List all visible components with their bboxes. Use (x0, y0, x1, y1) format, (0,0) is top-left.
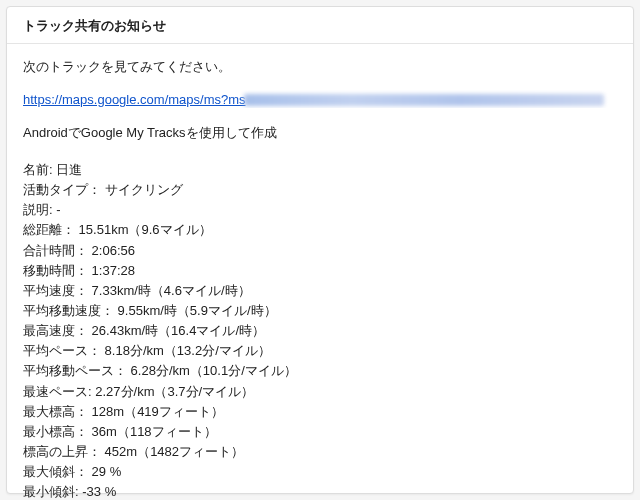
stat-label: 平均移動速度： (23, 303, 114, 318)
stat-value: 36m（118フィート） (88, 424, 217, 439)
track-stats: 名前: 日進活動タイプ： サイクリング説明: -総距離： 15.51km（9.6… (23, 160, 617, 500)
stat-value: 2.27分/km（3.7分/マイル） (92, 384, 255, 399)
stat-row: 最高速度： 26.43km/時（16.4マイル/時） (23, 321, 617, 341)
stat-label: 合計時間： (23, 243, 88, 258)
stat-value: 7.33km/時（4.6マイル/時） (88, 283, 251, 298)
stat-label: 総距離： (23, 222, 75, 237)
link-obscured-icon (244, 94, 604, 106)
email-card: トラック共有のお知らせ 次のトラックを見てみてください。 https://map… (6, 6, 634, 494)
stat-row: 平均速度： 7.33km/時（4.6マイル/時） (23, 281, 617, 301)
stat-value: -33 % (79, 484, 117, 499)
share-link-row: https://maps.google.com/maps/ms?ms (23, 90, 617, 108)
stat-row: 最大傾斜： 29 % (23, 462, 617, 482)
stat-row: 平均ペース： 8.18分/km（13.2分/マイル） (23, 341, 617, 361)
stat-value: 6.28分/km（10.1分/マイル） (127, 363, 297, 378)
stat-value: 15.51km（9.6マイル） (75, 222, 212, 237)
stat-value: 452m（1482フィート） (101, 444, 244, 459)
stat-row: 標高の上昇： 452m（1482フィート） (23, 442, 617, 462)
intro-text: 次のトラックを見てみてください。 (23, 58, 617, 76)
stat-row: 総距離： 15.51km（9.6マイル） (23, 220, 617, 240)
stat-label: 最速ペース: (23, 384, 92, 399)
stat-label: 最小標高： (23, 424, 88, 439)
stat-label: 最小傾斜: (23, 484, 79, 499)
stat-value: 8.18分/km（13.2分/マイル） (101, 343, 271, 358)
stat-row: 名前: 日進 (23, 160, 617, 180)
card-header: トラック共有のお知らせ (7, 7, 633, 44)
stat-row: 最小傾斜: -33 % (23, 482, 617, 500)
stat-value: 9.55km/時（5.9マイル/時） (114, 303, 277, 318)
stat-value: - (53, 202, 61, 217)
stat-row: 最速ペース: 2.27分/km（3.7分/マイル） (23, 382, 617, 402)
stat-value: 26.43km/時（16.4マイル/時） (88, 323, 265, 338)
card-body: 次のトラックを見てみてください。 https://maps.google.com… (7, 44, 633, 500)
stat-label: 平均ペース： (23, 343, 101, 358)
stat-row: 平均移動ペース： 6.28分/km（10.1分/マイル） (23, 361, 617, 381)
stat-row: 説明: - (23, 200, 617, 220)
stat-label: 最大標高： (23, 404, 88, 419)
stat-label: 最大傾斜： (23, 464, 88, 479)
stat-value: 128m（419フィート） (88, 404, 224, 419)
stat-label: 標高の上昇： (23, 444, 101, 459)
stat-value: サイクリング (101, 182, 183, 197)
stat-label: 平均速度： (23, 283, 88, 298)
stat-value: 29 % (88, 464, 121, 479)
created-by-text: AndroidでGoogle My Tracksを使用して作成 (23, 124, 617, 142)
stat-label: 活動タイプ： (23, 182, 101, 197)
stat-label: 最高速度： (23, 323, 88, 338)
stat-row: 活動タイプ： サイクリング (23, 180, 617, 200)
stat-label: 名前: (23, 162, 53, 177)
stat-label: 説明: (23, 202, 53, 217)
stat-label: 平均移動ペース： (23, 363, 127, 378)
stat-row: 合計時間： 2:06:56 (23, 241, 617, 261)
stat-row: 平均移動速度： 9.55km/時（5.9マイル/時） (23, 301, 617, 321)
stat-row: 移動時間： 1:37:28 (23, 261, 617, 281)
stat-value: 1:37:28 (88, 263, 135, 278)
stat-value: 2:06:56 (88, 243, 135, 258)
stat-value: 日進 (53, 162, 83, 177)
stat-label: 移動時間： (23, 263, 88, 278)
stat-row: 最大標高： 128m（419フィート） (23, 402, 617, 422)
stat-row: 最小標高： 36m（118フィート） (23, 422, 617, 442)
header-title: トラック共有のお知らせ (23, 18, 166, 33)
share-link[interactable]: https://maps.google.com/maps/ms?ms (23, 92, 246, 107)
